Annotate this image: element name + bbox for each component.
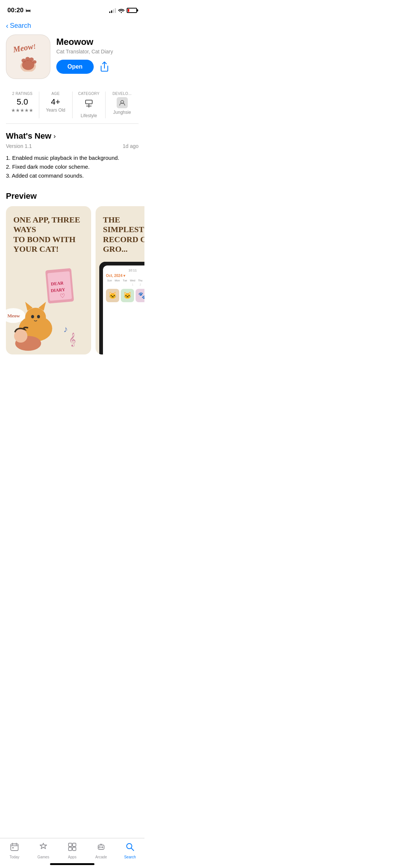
svg-point-37 — [99, 846, 100, 848]
app-name: Meowow — [56, 37, 139, 47]
status-bar: 00:20 🛏 — [0, 0, 144, 19]
release-note-2: 2. Fixed dark mode color scheme. — [6, 162, 139, 171]
category-value: Lifestyle — [81, 113, 97, 118]
wifi-icon — [118, 8, 124, 13]
signal-icon — [109, 8, 116, 13]
stats-row: 2 RATINGS 5.0 ★★★★★ AGE 4+ Years Old CAT… — [6, 86, 139, 124]
tab-today[interactable]: Today — [0, 842, 29, 859]
preview-card-1[interactable]: ONE APP, THREE WAYSTO BOND WITH YOUR CAT… — [6, 206, 91, 354]
home-bar — [50, 863, 94, 865]
svg-rect-34 — [69, 847, 72, 851]
tab-apps-label: Apps — [68, 855, 77, 859]
whats-new-section: What's New › Version 1.1 1d ago 1. Enabl… — [0, 124, 144, 184]
lifestyle-icon — [83, 98, 94, 112]
svg-line-43 — [131, 848, 134, 851]
svg-rect-32 — [69, 843, 72, 846]
svg-text:Meow: Meow — [7, 313, 20, 319]
tab-apps[interactable]: Apps — [58, 842, 87, 859]
stat-ratings: 2 RATINGS 5.0 ★★★★★ — [6, 92, 39, 118]
svg-text:𝄞: 𝄞 — [69, 333, 76, 347]
search-icon — [125, 842, 135, 854]
preview-title: Preview — [6, 191, 144, 201]
release-note-1: 1. Enabled music playback in the backgro… — [6, 154, 139, 162]
svg-rect-35 — [73, 847, 76, 851]
developer-value: Junghsie — [113, 110, 131, 115]
version-number: Version 1.1 — [6, 143, 32, 149]
arcade-icon — [96, 842, 106, 854]
age-value: 4+ — [51, 97, 60, 107]
version-date: 1d ago — [123, 143, 139, 149]
whats-new-chevron-icon: › — [54, 132, 56, 140]
app-subtitle: Cat Translator, Cat Diary — [56, 49, 139, 55]
tab-search-label: Search — [124, 855, 136, 859]
bed-icon: 🛏 — [26, 7, 31, 13]
svg-point-16 — [25, 308, 46, 327]
preview-scroll[interactable]: ONE APP, THREE WAYSTO BOND WITH YOUR CAT… — [6, 206, 144, 354]
status-icons — [109, 8, 137, 13]
stat-developer: DEVELO... Junghsie — [106, 92, 139, 118]
stat-age: AGE 4+ Years Old — [39, 92, 73, 118]
tab-arcade[interactable]: Arcade — [87, 842, 116, 859]
preview-section: Preview ONE APP, THREE WAYSTO BOND WITH … — [0, 184, 144, 358]
svg-point-3 — [26, 57, 30, 61]
preview-card-1-text: ONE APP, THREE WAYSTO BOND WITH YOUR CAT… — [6, 206, 91, 258]
app-icon: Meow! — [6, 34, 50, 79]
category-label: CATEGORY — [78, 92, 100, 96]
svg-rect-27 — [11, 844, 18, 851]
svg-text:♡: ♡ — [60, 292, 65, 299]
version-row: Version 1.1 1d ago — [6, 143, 139, 149]
preview-card-2[interactable]: THE SIMPLEST J...RECORD CAT GRO... 10:11… — [96, 206, 144, 354]
svg-point-5 — [33, 60, 37, 64]
age-sub: Years Old — [46, 108, 65, 113]
tab-games[interactable]: Games — [29, 842, 58, 859]
stat-category: CATEGORY Lifestyle — [73, 92, 106, 118]
back-chevron-icon: ‹ — [6, 22, 9, 30]
open-button[interactable]: Open — [56, 60, 94, 74]
age-label: AGE — [51, 92, 60, 96]
games-icon — [39, 842, 48, 854]
developer-label: DEVELO... — [113, 92, 132, 96]
preview-card-2-text: THE SIMPLEST J...RECORD CAT GRO... — [96, 206, 144, 258]
svg-text:♪: ♪ — [63, 324, 68, 334]
svg-rect-33 — [73, 843, 76, 846]
tab-today-label: Today — [10, 855, 20, 859]
svg-rect-31 — [12, 847, 14, 848]
app-actions: Open — [56, 60, 139, 74]
tab-arcade-label: Arcade — [95, 855, 107, 859]
preview-card-1-illustration: DEAR DIARY ♡ — [6, 258, 91, 354]
tab-search[interactable]: Search — [116, 842, 144, 859]
app-info: Meowow Cat Translator, Cat Diary Open — [56, 34, 139, 74]
apps-icon — [67, 842, 77, 854]
svg-point-2 — [21, 59, 26, 63]
svg-text:DEAR: DEAR — [51, 280, 64, 287]
svg-rect-6 — [86, 100, 92, 104]
svg-point-19 — [31, 315, 34, 318]
back-label: Search — [10, 22, 31, 30]
battery-icon — [127, 8, 137, 13]
status-time: 00:20 — [7, 7, 23, 14]
release-note-3: 3. Added cat command sounds. — [6, 171, 139, 180]
ratings-stars: ★★★★★ — [11, 108, 33, 113]
share-icon — [100, 61, 109, 72]
back-nav[interactable]: ‹ Search — [0, 19, 144, 34]
ratings-value: 5.0 — [17, 97, 28, 107]
developer-icon — [117, 97, 128, 108]
whats-new-title-row[interactable]: What's New › — [6, 131, 139, 141]
tab-games-label: Games — [37, 855, 49, 859]
today-icon — [10, 842, 19, 854]
svg-point-4 — [29, 57, 34, 62]
app-header: Meow! Meowow Cat Translator, Cat Diary — [0, 34, 144, 86]
home-indicator — [0, 863, 144, 865]
ratings-label: 2 RATINGS — [12, 92, 33, 96]
preview-card-2-phone: 10:11 Oct, 2024 ▾ SunMonTueWedThuFriSat … — [99, 262, 144, 354]
share-button[interactable] — [100, 61, 109, 72]
release-notes: 1. Enabled music playback in the backgro… — [6, 154, 139, 180]
whats-new-title: What's New — [6, 131, 51, 141]
svg-point-20 — [37, 315, 40, 318]
